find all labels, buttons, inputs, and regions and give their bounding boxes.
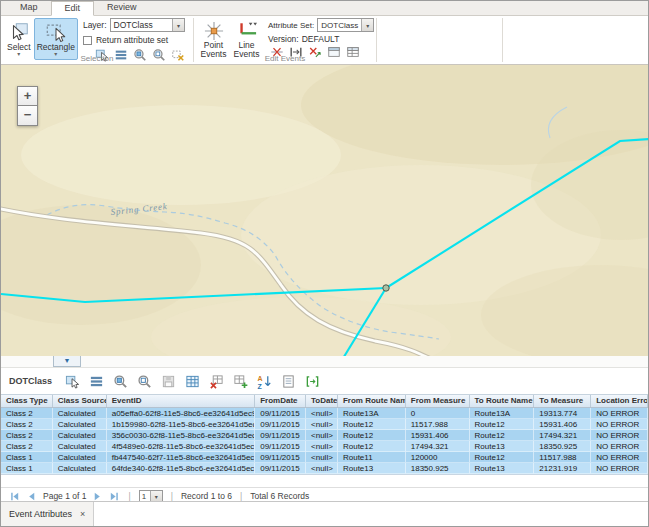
attribute-set-label: Attribute Set: [268, 21, 314, 30]
column-header[interactable]: To Measure [534, 395, 591, 407]
table-cell: Calculated [53, 430, 107, 441]
column-header[interactable]: EventID [107, 395, 256, 407]
tab-review[interactable]: Review [94, 1, 150, 15]
table-cell: <null> [306, 408, 338, 419]
table-cell: <null> [306, 452, 338, 463]
map-canvas[interactable]: Spring Creek + − [1, 65, 648, 356]
table-cell: NO ERROR [591, 463, 648, 474]
table-cell: 19313.774 [534, 408, 591, 419]
table-cell: Route12 [338, 419, 406, 430]
panel-collapse-button[interactable]: ▼ [53, 356, 81, 367]
attribute-set-select[interactable]: DOTClass ▾ [317, 18, 374, 32]
select-records-icon[interactable] [65, 374, 80, 389]
table-cell: <null> [306, 463, 338, 474]
sort-records-icon[interactable]: AZ [257, 374, 272, 389]
zoom-out-button[interactable]: − [17, 106, 38, 126]
table-cell: Class 2 [1, 441, 53, 452]
previous-page-button[interactable] [26, 491, 37, 502]
column-header[interactable]: ToDate [306, 395, 338, 407]
first-page-button[interactable] [9, 491, 20, 502]
table-cell: 15931.406 [406, 430, 470, 441]
table-row[interactable]: Class 1Calculated64fde340-62f8-11e5-8bc6… [1, 463, 648, 474]
column-header[interactable]: FromDate [255, 395, 306, 407]
table-body: Class 2Calculateda05effa0-62f8-11e5-8bc6… [1, 408, 648, 475]
map-zoom-control: + − [17, 86, 38, 126]
line-events-icon [237, 21, 257, 41]
switch-selection-icon[interactable] [185, 374, 200, 389]
show-all-records-icon[interactable] [89, 374, 104, 389]
layer-label: Layer: [83, 20, 107, 30]
column-header[interactable]: Class Type [1, 395, 53, 407]
zoom-to-selection-icon[interactable] [113, 374, 128, 389]
measure-brackets-icon[interactable] [305, 374, 320, 389]
dropdown-arrow-icon[interactable]: ▾ [361, 19, 373, 31]
last-page-button[interactable] [109, 491, 120, 502]
add-records-icon[interactable] [233, 374, 248, 389]
table-cell: NO ERROR [591, 441, 648, 452]
save-icon[interactable] [161, 374, 176, 389]
panel-title: DOTClass [9, 376, 52, 386]
table-cell: NO ERROR [591, 408, 648, 419]
table-cell: Route13A [338, 408, 406, 419]
pan-to-selection-icon[interactable] [137, 374, 152, 389]
table-cell: Class 2 [1, 408, 53, 419]
tab-event-attributes[interactable]: Event Attributes × [1, 502, 94, 526]
column-header[interactable]: From Measure [406, 395, 470, 407]
page-indicator: Page 1 of 1 [43, 491, 86, 501]
close-icon[interactable]: × [80, 509, 85, 519]
table-cell: Route11 [338, 452, 406, 463]
table-cell: <null> [306, 430, 338, 441]
basemap: Spring Creek [1, 65, 648, 356]
table-row[interactable]: Class 2Calculated1b159980-62f8-11e5-8bc6… [1, 419, 648, 430]
column-header[interactable]: Location Error [591, 395, 648, 407]
table-cell: Calculated [53, 419, 107, 430]
table-cell: 09/11/2015 [255, 463, 306, 474]
next-page-button[interactable] [92, 491, 103, 502]
layer-select[interactable]: DOTClass ▾ [110, 18, 185, 32]
select-cursor-icon [8, 21, 30, 43]
svg-text:A: A [257, 375, 262, 382]
bottom-tab-strip: Event Attributes × [1, 501, 648, 526]
tab-edit[interactable]: Edit [51, 1, 95, 16]
route-junction-marker[interactable] [383, 285, 389, 291]
table-cell: 11517.988 [406, 419, 470, 430]
ribbon-tab-strip: Map Edit Review [1, 1, 648, 16]
separator: | [126, 491, 132, 501]
version-value: DEFAULT [302, 34, 340, 44]
dropdown-arrow-icon[interactable]: ▾ [150, 491, 162, 502]
table-row[interactable]: Class 2Calculateda05effa0-62f8-11e5-8bc6… [1, 408, 648, 419]
column-header[interactable]: From Route Name [338, 395, 406, 407]
group-divider [502, 18, 503, 62]
table-cell: Route12 [470, 452, 535, 463]
map-panel-splitter[interactable]: ▼ [1, 356, 648, 368]
table-cell: 1b159980-62f8-11e5-8bc6-ee32641d5ec9 [107, 419, 256, 430]
table-cell: 09/11/2015 [255, 419, 306, 430]
selection-group: Select ▾ Rectangle ▾ Layer: DOTClass ▾ [1, 16, 193, 64]
zoom-in-button[interactable]: + [17, 86, 38, 106]
column-header[interactable]: Class Source [53, 395, 107, 407]
dropdown-arrow-icon[interactable]: ▾ [172, 19, 184, 31]
rectangle-marquee-icon [45, 21, 67, 43]
clear-table-selection-icon[interactable] [209, 374, 224, 389]
return-attribute-set-checkbox[interactable] [83, 36, 92, 45]
panel-toolbar-icons: AZ [65, 374, 320, 389]
report-icon[interactable] [281, 374, 296, 389]
table-row[interactable]: Class 2Calculated356c0030-62f8-11e5-8bc6… [1, 430, 648, 441]
table-cell: 0 [406, 408, 470, 419]
table-cell: NO ERROR [591, 419, 648, 430]
panel-toolbar: DOTClass AZ [1, 368, 648, 394]
table-cell: 4f5489e0-62f8-11e5-8bc6-ee32641d5ec9 [107, 441, 256, 452]
selection-group-label: Selection [1, 54, 193, 63]
table-row[interactable]: Class 1Calculatedfb447540-62f7-11e5-8bc6… [1, 452, 648, 463]
table-cell: Calculated [53, 452, 107, 463]
table-cell: Class 2 [1, 419, 53, 430]
column-header[interactable]: To Route Name [470, 395, 535, 407]
table-cell: 09/11/2015 [255, 408, 306, 419]
table-cell: 17494.321 [406, 441, 470, 452]
tab-map[interactable]: Map [7, 1, 51, 15]
table-cell: 18350.925 [534, 441, 591, 452]
table-cell: fb447540-62f7-11e5-8bc6-ee32641d5ec9 [107, 452, 256, 463]
table-row[interactable]: Class 2Calculated4f5489e0-62f8-11e5-8bc6… [1, 441, 648, 452]
table-cell: 120000 [406, 452, 470, 463]
ribbon: Select ▾ Rectangle ▾ Layer: DOTClass ▾ [1, 16, 648, 65]
